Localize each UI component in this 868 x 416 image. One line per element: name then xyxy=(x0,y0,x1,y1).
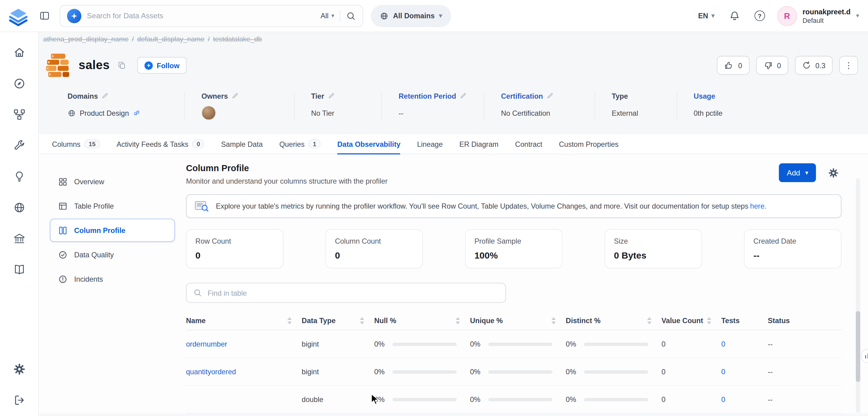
owner-avatar[interactable] xyxy=(202,106,216,120)
tab-er-diagram[interactable]: ER Diagram xyxy=(459,134,499,154)
govern-bank-icon[interactable] xyxy=(13,232,25,245)
copy-icon[interactable] xyxy=(117,61,126,70)
profiler-settings-gear-icon[interactable] xyxy=(825,164,841,181)
observability-wrench-icon[interactable] xyxy=(13,139,25,152)
tab-columns-count: 15 xyxy=(84,139,100,148)
edit-domains-icon[interactable] xyxy=(102,93,109,100)
add-button[interactable]: Add ▾ xyxy=(779,163,816,182)
sort-icon[interactable] xyxy=(456,317,460,324)
domains-globe-icon[interactable] xyxy=(13,202,25,214)
version-button[interactable]: 0.3 xyxy=(795,56,833,75)
thumbs-down-icon xyxy=(763,61,773,70)
col-header-unique-pct[interactable]: Unique % xyxy=(470,317,565,325)
downvote-button[interactable]: 0 xyxy=(756,56,788,75)
panel-scrollbar[interactable] xyxy=(856,178,860,413)
chevron-down-icon: ▾ xyxy=(439,13,442,19)
logout-icon[interactable] xyxy=(13,394,25,406)
table-row[interactable]: double 0% 0% 0% 0 0 -- xyxy=(186,386,841,414)
notifications-bell-icon[interactable] xyxy=(727,8,742,24)
global-search-input[interactable] xyxy=(87,11,315,20)
find-in-table-input[interactable] xyxy=(208,289,499,297)
tab-lineage[interactable]: Lineage xyxy=(417,134,442,154)
sidebar-toggle-icon[interactable] xyxy=(36,8,52,24)
tab-queries[interactable]: Queries 1 xyxy=(279,134,321,154)
banner-here-link[interactable]: here. xyxy=(750,202,767,210)
progress-track xyxy=(584,398,648,401)
edit-retention-icon[interactable] xyxy=(460,93,467,100)
glossary-book-icon[interactable] xyxy=(13,263,25,276)
tests-link[interactable]: 0 xyxy=(721,395,725,404)
subnav-incidents[interactable]: Incidents xyxy=(50,267,175,291)
tab-contract[interactable]: Contract xyxy=(515,134,542,154)
meta-retention: Retention Period -- xyxy=(399,92,485,120)
sort-icon[interactable] xyxy=(647,317,652,324)
chevron-down-icon: ▾ xyxy=(856,13,859,19)
tier-value: No Tier xyxy=(311,109,334,117)
col-header-value-count[interactable]: Value Count xyxy=(661,317,721,325)
sort-icon[interactable] xyxy=(287,317,292,324)
column-profile-table: Name Data Type Null % Unique % Distinct … xyxy=(186,312,841,413)
retention-value: -- xyxy=(399,109,404,117)
language-selector[interactable]: EN ▾ xyxy=(698,11,714,20)
edit-owners-icon[interactable] xyxy=(232,93,239,100)
user-meta: rounakpreet.d Default xyxy=(803,8,850,24)
follow-button[interactable]: + Follow xyxy=(137,57,187,74)
table-row[interactable]: ordernumber bigint 0% 0% 0% 0 0 -- xyxy=(186,330,841,358)
upvote-button[interactable]: 0 xyxy=(717,56,749,75)
tab-sample-data[interactable]: Sample Data xyxy=(221,134,263,154)
global-search[interactable]: All ▾ xyxy=(60,5,363,27)
tests-cell: 0 xyxy=(721,395,768,404)
topology-icon[interactable] xyxy=(13,108,25,121)
section-title: Column Profile xyxy=(186,163,388,173)
sort-icon[interactable] xyxy=(360,317,364,324)
tests-link[interactable]: 0 xyxy=(721,340,725,348)
explore-compass-icon[interactable] xyxy=(13,77,25,90)
edit-tier-icon[interactable] xyxy=(328,93,335,100)
column-name-link[interactable]: ordernumber xyxy=(186,340,227,348)
alert-circle-icon xyxy=(58,275,68,284)
tab-columns[interactable]: Columns 15 xyxy=(52,134,100,154)
edit-certification-icon[interactable] xyxy=(547,93,554,100)
sort-icon[interactable] xyxy=(551,317,556,324)
question-mark: ? xyxy=(758,12,762,19)
col-header-data-type[interactable]: Data Type xyxy=(302,317,374,325)
tab-custom-properties[interactable]: Custom Properties xyxy=(559,134,619,154)
table-row[interactable]: quantityordered bigint 0% 0% 0% 0 0 -- xyxy=(186,358,841,386)
search-scope-dropdown[interactable]: All ▾ xyxy=(320,11,334,20)
avatar[interactable]: R xyxy=(777,6,797,26)
settings-gear-icon[interactable] xyxy=(13,363,25,375)
subnav-overview[interactable]: Overview xyxy=(50,170,175,193)
sort-icon[interactable] xyxy=(707,317,711,324)
search-icon[interactable] xyxy=(346,11,356,21)
app-logo-icon[interactable] xyxy=(8,5,29,26)
page-header: sales + Follow 0 0 xyxy=(43,51,858,80)
tests-link[interactable]: 0 xyxy=(721,367,725,376)
tab-data-observability[interactable]: Data Observability xyxy=(337,134,400,154)
subnav-column-profile[interactable]: Column Profile xyxy=(50,219,175,242)
help-icon[interactable]: ? xyxy=(754,11,765,21)
unique-pct-cell: 0% xyxy=(470,395,565,404)
col-header-null-pct[interactable]: Null % xyxy=(374,317,470,325)
tab-label: ER Diagram xyxy=(459,140,499,148)
all-domains-button[interactable]: All Domains ▾ xyxy=(371,5,451,27)
topbar-right: EN ▾ ? R rounakpreet.d Default ▾ xyxy=(698,6,859,26)
subnav-table-profile[interactable]: Table Profile xyxy=(50,194,175,218)
breadcrumb-item[interactable]: testdatalake_db xyxy=(213,35,262,43)
home-icon[interactable] xyxy=(13,46,25,59)
ai-sparkle-icon[interactable] xyxy=(67,8,81,23)
column-name-link[interactable]: quantityordered xyxy=(186,367,236,376)
tab-activity-feeds[interactable]: Activity Feeds & Tasks 0 xyxy=(117,134,205,154)
col-header-distinct-pct[interactable]: Distinct % xyxy=(566,317,661,325)
domain-link[interactable]: Product Design xyxy=(80,109,129,117)
user-menu[interactable]: R rounakpreet.d Default ▾ xyxy=(777,6,859,26)
breadcrumb-item[interactable]: default_display_name xyxy=(137,35,204,43)
scrollbar-thumb[interactable] xyxy=(856,311,860,382)
breadcrumb-item[interactable]: athena_prod_display_name xyxy=(43,35,128,43)
insights-bulb-icon[interactable] xyxy=(13,170,25,183)
find-in-table[interactable] xyxy=(186,283,506,303)
tab-label: Columns xyxy=(52,140,81,148)
subnav-data-quality[interactable]: Data Quality xyxy=(50,243,175,266)
breadcrumb[interactable]: athena_prod_display_name / default_displ… xyxy=(43,35,262,43)
more-actions-button[interactable]: ⋮ xyxy=(839,56,858,75)
col-header-name[interactable]: Name xyxy=(186,317,302,325)
